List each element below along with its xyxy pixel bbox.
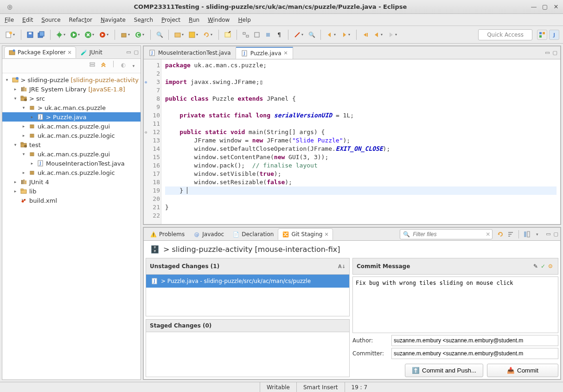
menu-search[interactable]: Search [134,17,153,23]
unstaged-list[interactable]: J > Puzzle.java - sliding-puzzle/src/uk/… [146,275,350,316]
editor-body[interactable]: 12⊕37891011⊖1213141516171819202122 packa… [143,59,561,225]
focus-task-icon[interactable]: ◐ [119,61,128,69]
next-annotation-icon[interactable] [339,30,349,40]
tab-declaration[interactable]: 📄Declaration [228,228,278,240]
tab-problems[interactable]: ⚠️Problems [146,228,189,240]
editor-tab-mouseinteractiontest[interactable]: J MouseInteractionTest.java [144,47,236,58]
tree-item[interactable]: ▾ test [2,140,141,149]
filter-files-input[interactable]: 🔍 ✕ [400,229,493,239]
tree-item[interactable]: ▸ uk.ac.man.cs.puzzle.logic [2,131,141,140]
save-all-icon[interactable] [36,30,46,40]
save-icon[interactable] [25,30,35,40]
new-package-icon[interactable] [119,30,129,40]
tree-item[interactable]: ▸ JUnit 4 [2,177,141,186]
tab-javadoc[interactable]: @Javadoc [189,228,228,240]
maximize-view-icon[interactable]: ▢ [554,231,558,237]
run-icon[interactable] [69,30,79,40]
show-whitespace-icon[interactable]: ¶ [274,30,284,40]
menu-navigate[interactable]: Navigate [101,17,126,23]
commit-button[interactable]: 📥Commit [487,364,558,377]
run-last-icon[interactable] [97,30,108,40]
close-button[interactable]: ✕ [552,3,560,11]
sort-icon[interactable] [505,229,516,239]
minimize-view-icon[interactable]: ▭ [126,49,131,55]
new-class-icon[interactable]: C [133,30,143,40]
java-perspective-icon[interactable]: J [549,30,559,40]
back-icon[interactable] [371,30,382,40]
collapse-all-icon[interactable] [88,61,96,69]
tree-item[interactable]: ▾ > src [2,94,141,103]
close-icon[interactable]: ✕ [324,231,328,238]
toggle-breadcrumb-icon[interactable] [241,30,251,40]
last-edit-icon[interactable] [360,30,371,40]
refresh-staging-icon[interactable] [495,229,505,239]
close-icon[interactable]: ✕ [284,50,288,56]
maximize-button[interactable]: ▢ [541,3,549,11]
new-task-icon[interactable] [187,30,197,40]
menu-source[interactable]: Source [41,17,60,23]
layout-icon[interactable] [522,229,532,239]
package-tree[interactable]: ▾ > sliding-puzzle [sliding-puzzle-activ… [2,73,141,379]
tree-item[interactable]: ▾ > uk.ac.man.cs.puzzle [2,103,141,112]
open-type-icon[interactable]: 🔍 [154,30,165,40]
menu-window[interactable]: Window [208,17,230,23]
filter-input[interactable] [413,231,483,238]
debug-icon[interactable] [54,30,64,40]
new-icon[interactable] [4,30,14,40]
tree-item[interactable]: build.xml [2,196,141,205]
tree-item[interactable]: ▸ uk.ac.man.cs.puzzle.logic [2,168,141,177]
change-id-icon[interactable]: ⚙ [547,261,554,271]
tree-item[interactable]: ▸ lib [2,186,141,196]
committer-input[interactable] [391,348,558,359]
tab-git-staging[interactable]: 🔀Git Staging✕ [278,228,333,240]
prev-annotation-icon[interactable] [325,30,335,40]
minimize-view-icon[interactable]: ▭ [546,231,550,237]
menu-project[interactable]: Project [161,17,180,23]
toggle-mark-icon[interactable] [252,30,262,40]
toggle-block-icon[interactable] [263,30,273,40]
open-perspective-icon[interactable] [537,30,547,40]
editor-tab-puzzle[interactable]: J Puzzle.java ✕ [236,47,293,59]
tree-item[interactable]: ▸ J > Puzzle.java [2,112,141,122]
minimize-button[interactable]: — [530,3,538,11]
highlight-icon[interactable] [223,30,233,40]
quick-access-input[interactable]: Quick Access [478,29,532,40]
link-editor-icon[interactable] [99,61,108,69]
coverage-icon[interactable] [83,30,93,40]
tree-item[interactable]: ▾ uk.ac.man.cs.puzzle.gui [2,149,141,159]
commit-push-button[interactable]: ⬆️Commit and Push... [405,364,483,377]
menu-edit[interactable]: Edit [22,17,33,23]
tab-package-explorer[interactable]: Package Explorer ✕ [4,46,76,58]
tree-item[interactable]: ▸ uk.ac.man.cs.puzzle.gui [2,122,141,131]
tree-item[interactable]: ▸ J MouseInteractionTest.java [2,159,141,168]
signed-off-icon[interactable]: ✓ [539,261,547,271]
tree-item[interactable]: ▸ JRE System Library [JavaSE-1.8] [2,84,141,94]
forward-icon[interactable] [386,30,396,40]
sort-az-icon[interactable]: A↓ [338,261,345,271]
code-area[interactable]: package uk.ac.man.cs.puzzle; import java… [161,59,560,224]
tab-junit[interactable]: 🧪 JUnit [76,46,107,58]
tree-root[interactable]: ▾ > sliding-puzzle [sliding-puzzle-activ… [2,75,141,84]
commit-message-input[interactable] [352,276,558,333]
close-icon[interactable]: ✕ [68,50,72,56]
menu-file[interactable]: File [5,17,14,23]
maximize-view-icon[interactable]: ▢ [134,49,139,55]
new-folder-icon[interactable] [173,30,183,40]
author-input[interactable] [391,335,558,346]
minimize-view-icon[interactable]: ▭ [545,50,550,56]
menu-run[interactable]: Run [189,17,199,23]
staged-list[interactable] [146,332,350,378]
line-gutter[interactable]: 12⊕37891011⊖1213141516171819202122 [144,59,161,224]
refresh-icon[interactable] [201,30,211,40]
view-menu-icon[interactable]: ▾ [532,229,542,239]
search-icon[interactable]: 🔍 [307,30,317,40]
svg-rect-41 [90,65,95,66]
menu-help[interactable]: Help [238,17,250,23]
amend-icon[interactable]: ✎ [532,261,539,271]
unstaged-file-item[interactable]: J > Puzzle.java - sliding-puzzle/src/uk/… [146,275,349,288]
menu-refactor[interactable]: Refactor [69,17,92,23]
clear-icon[interactable]: ✕ [486,231,490,238]
maximize-view-icon[interactable]: ▢ [553,50,557,56]
skip-breakpoints-icon[interactable] [292,30,302,40]
view-menu-icon[interactable]: ▾ [130,61,137,71]
